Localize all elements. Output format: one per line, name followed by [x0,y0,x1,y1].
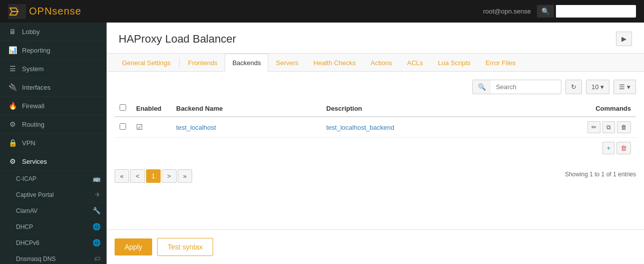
per-page-chevron-icon: ▾ [600,83,604,91]
add-delete-cell: + 🗑 [582,138,636,159]
per-page-button[interactable]: 10 ▾ [586,80,609,94]
sidebar-item-system[interactable]: ☰ System [0,60,107,78]
sidebar-item-firewall[interactable]: 🔥 Firewall [0,97,107,115]
row-commands-cell: ✏ ⧉ 🗑 [582,117,636,138]
dnsmasq-icon: 🏷 [94,255,101,262]
select-all-checkbox[interactable] [120,104,126,111]
sidebar-item-reporting[interactable]: 📊 Reporting [0,41,107,60]
navbar-search-input[interactable] [556,5,636,18]
delete-button[interactable]: 🗑 [617,121,631,133]
tab-general-settings[interactable]: General Settings [115,54,178,72]
table-toolbar: 🔍 ↻ 10 ▾ ☰ ▾ [115,80,636,94]
sidebar-sub-item-cicap[interactable]: C-ICAP 🚌 [0,171,107,187]
row-enabled-cell: ☑ [131,117,171,138]
columns-button[interactable]: ☰ ▾ [613,80,636,94]
add-delete-row: + 🗑 [115,138,636,159]
sidebar-item-label: System [22,65,44,73]
sidebar-item-label: Lobby [22,28,40,36]
sidebar-item-label: Services [22,158,47,165]
sidebar-sub-menu: C-ICAP 🚌 Captive Portal ✈ ClamAV 🔧 DHCP … [0,171,107,264]
page-1-button[interactable]: 1 [146,169,161,183]
reporting-icon: 📊 [8,46,17,54]
sidebar-item-label: VPN [22,139,36,147]
dhcp-icon: 🌐 [93,223,101,230]
tab-acls[interactable]: ACLs [399,54,430,72]
brand: OPNsense [8,4,82,19]
run-button[interactable]: ▶ [616,32,632,46]
sidebar-sub-item-dhcp[interactable]: DHCP 🌐 [0,219,107,235]
header-checkbox-col [115,100,131,117]
tab-frontends[interactable]: Frontends [181,54,225,72]
page-next-button[interactable]: > [162,169,177,183]
tab-backends[interactable]: Backends [225,54,268,72]
dnsmasq-label: Dnsmasq DNS [16,255,56,262]
per-page-value: 10 [591,83,598,91]
tab-health-checks[interactable]: Health Checks [306,54,363,72]
add-row-button[interactable]: + [602,142,614,154]
cicap-icon: 🚌 [93,175,101,182]
cicap-label: C-ICAP [16,175,37,182]
sidebar-sub-item-dhcpv6[interactable]: DHCPv6 🌐 [0,235,107,251]
refresh-button[interactable]: ↻ [565,80,582,94]
search-box: 🔍 [472,80,561,94]
brand-text: OPNsense [29,6,82,17]
dhcp-label: DHCP [16,223,33,230]
backend-description-link[interactable]: test_localhost_backend [326,124,394,131]
row-name-cell: test_localhost [171,117,321,138]
cols-chevron-icon: ▾ [627,83,630,91]
search-icon-button[interactable]: 🔍 [473,80,491,94]
search-input[interactable] [491,80,561,94]
add-delete-spacer [115,138,582,159]
sidebar-sub-item-dnsmasq[interactable]: Dnsmasq DNS 🏷 [0,251,107,264]
backend-name-link[interactable]: test_localhost [176,124,216,131]
test-syntax-button[interactable]: Test syntax [157,238,213,256]
page-first-button[interactable]: « [115,169,129,183]
add-delete-buttons: + 🗑 [587,142,631,154]
tab-lua-scripts[interactable]: Lua Scripts [430,54,478,72]
sidebar-sub-item-captive[interactable]: Captive Portal ✈ [0,187,107,203]
enabled-checkmark-icon: ☑ [136,123,143,131]
sidebar-item-label: Routing [22,121,45,128]
row-checkbox-cell [115,117,131,138]
edit-button[interactable]: ✏ [587,121,600,133]
sidebar-item-label: Firewall [22,102,45,110]
clamav-icon: 🔧 [93,207,101,214]
sidebar-item-services[interactable]: ⚙ Services [0,152,107,171]
services-icon: ⚙ [8,157,17,165]
tab-error-files[interactable]: Error Files [478,54,523,72]
navbar-search-button[interactable]: 🔍 [537,5,554,18]
table-header-row: Enabled Backend Name Description Command… [115,100,636,117]
page-prev-button[interactable]: < [130,169,145,183]
tab-actions[interactable]: Actions [363,54,400,72]
copy-button[interactable]: ⧉ [602,121,615,133]
tab-servers[interactable]: Servers [268,54,306,72]
sidebar-item-label: Reporting [22,47,50,54]
header-description: Description [321,100,582,117]
apply-button[interactable]: Apply [115,238,152,255]
header-backend-name: Backend Name [171,100,321,117]
brand-logo-icon [8,4,26,19]
backends-table: Enabled Backend Name Description Command… [115,100,636,158]
table-row: ☑ test_localhost test_localhost_backend … [115,117,636,138]
navbar-right: root@opn.sense 🔍 [483,5,636,18]
delete-row-button[interactable]: 🗑 [616,142,631,154]
navbar-user: root@opn.sense [483,8,531,15]
page-last-button[interactable]: » [178,169,192,183]
sidebar-item-interfaces[interactable]: 🔌 Interfaces [0,78,107,97]
sidebar-sub-item-clamav[interactable]: ClamAV 🔧 [0,203,107,219]
row-checkbox[interactable] [120,123,126,130]
dhcpv6-icon: 🌐 [93,239,101,246]
system-icon: ☰ [8,65,17,73]
sidebar-item-routing[interactable]: ⚙ Routing [0,115,107,134]
sidebar-item-lobby[interactable]: 🖥 Lobby [0,23,107,41]
row-actions: ✏ ⧉ 🗑 [587,121,631,133]
firewall-icon: 🔥 [8,102,17,110]
page-title: HAProxy Load Balancer [119,33,236,46]
cols-icon: ☰ [619,83,625,91]
pagination-info: Showing 1 to 1 of 1 entries [565,171,636,178]
header-commands: Commands [582,100,636,117]
navbar: OPNsense root@opn.sense 🔍 [0,0,644,23]
clamav-label: ClamAV [16,207,38,214]
dhcpv6-label: DHCPv6 [16,239,40,246]
sidebar-item-vpn[interactable]: 🔒 VPN [0,134,107,152]
